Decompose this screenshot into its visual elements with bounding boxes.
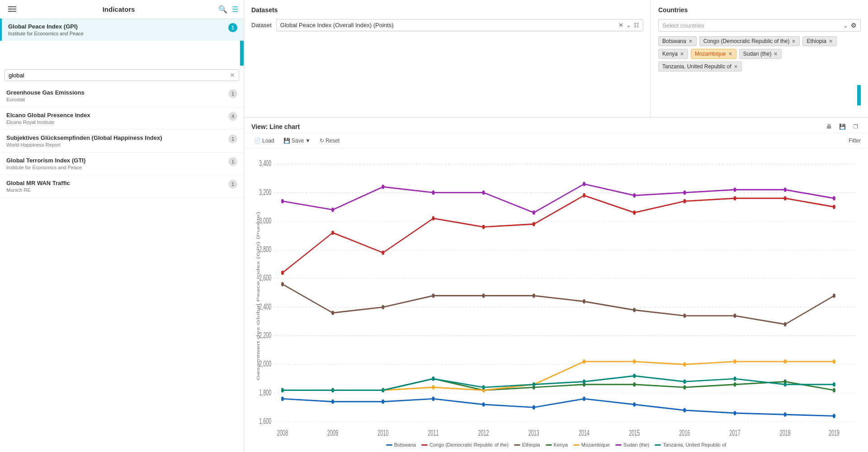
svg-point-79 [734,382,736,387]
indicator-list-item[interactable]: Global Terrorism Index (GTI) Institute f… [0,152,244,175]
chart-actions: 📄 Load 💾 Save ▼ ↻ Reset Filter [244,133,868,148]
svg-point-88 [583,359,585,364]
load-icon: 📄 [254,138,261,144]
indicator-item-title: Global MR WAN Traffic [6,180,70,186]
svg-text:2008: 2008 [277,428,288,437]
svg-point-110 [482,385,485,390]
svg-point-42 [683,408,686,413]
svg-point-49 [432,216,434,221]
svg-point-96 [382,185,384,189]
svg-point-40 [583,397,585,401]
clear-dataset-icon[interactable]: ✕ [618,22,623,29]
expand-dataset-icon[interactable]: ⌄ [626,22,631,29]
legend-item: Mozambique [573,442,610,447]
indicator-list-item[interactable]: Elcano Global Presence Index Elcano Roya… [0,107,244,130]
countries-panel: Countries Select countries ⌄ ⚙ Botswana✕… [651,0,868,117]
svg-point-62 [482,294,485,298]
indicator-list-item[interactable]: Greenhouse Gas Emissions Eurostat 1 [0,85,244,107]
indicator-item-badge: 1 [228,134,237,143]
legend-label: Ethiopia [522,442,540,447]
remove-country-icon[interactable]: ✕ [689,38,693,44]
country-tag-label: Mozambique [695,51,726,57]
countries-scroll-bar [857,85,861,105]
cyan-scroll-bar [240,41,244,66]
menu-icon[interactable]: ☰ [232,5,238,14]
svg-point-55 [734,196,736,200]
datasets-panel: Datasets Dataset Global Peace Index (Ove… [244,0,651,117]
chart-header: View: Line chart 🖶 💾 ❐ [244,118,868,133]
svg-point-111 [533,382,535,387]
country-tag: Mozambique✕ [691,49,736,59]
svg-point-113 [633,374,636,378]
svg-point-65 [633,308,636,312]
svg-text:2012: 2012 [478,428,489,437]
search-icon[interactable]: 🔍 [218,5,227,14]
country-tag-label: Tanzania, United Republic of [662,63,731,70]
legend-dot [514,444,520,446]
save-btn[interactable]: 💾 Save ▼ [281,136,313,145]
indicator-list-item[interactable]: Subjektives Glücksempfinden (Global Happ… [0,130,244,152]
save-icon: 💾 [283,138,290,144]
svg-point-100 [583,182,585,186]
svg-point-105 [833,196,835,200]
grid-icon[interactable]: ☷ [634,22,639,29]
remove-country-icon[interactable]: ✕ [792,38,796,44]
left-panel: Indicators 🔍 ☰ Global Peace Index (GPI) … [0,0,244,452]
legend-label: Kenya [554,442,568,447]
hamburger-icon[interactable] [5,4,19,14]
svg-text:3,000: 3,000 [259,216,271,225]
legend-dot [386,444,392,446]
load-btn[interactable]: 📄 Load [251,136,277,145]
search-box: ✕ [5,69,239,81]
selected-indicator-item[interactable]: Global Peace Index (GPI) Institute for E… [0,19,244,41]
svg-text:3,200: 3,200 [259,188,271,196]
clear-search-icon[interactable]: ✕ [230,71,235,79]
svg-point-36 [382,400,384,404]
svg-point-106 [281,388,284,393]
svg-point-112 [583,380,585,384]
svg-point-109 [432,376,434,381]
save-chevron-icon: ▼ [305,138,311,144]
indicator-item-badge: 1 [228,180,237,189]
reset-btn[interactable]: ↻ Reset [317,136,342,145]
selected-indicator-subtitle: Institute for Economics and Peace [8,31,84,36]
svg-point-68 [784,322,787,327]
svg-point-101 [633,193,636,198]
settings-icon[interactable]: ⚙ [851,22,857,29]
svg-point-51 [533,222,535,226]
indicator-item-badge: 1 [228,157,237,166]
indicator-item-subtitle: Institute for Economics and Peace [6,165,85,170]
svg-text:2,600: 2,600 [259,274,271,282]
filter-btn[interactable]: Filter [849,138,861,144]
indicator-item-subtitle: Eurostat [6,97,85,102]
datasets-title: Datasets [251,6,643,14]
svg-point-39 [533,405,535,410]
remove-country-icon[interactable]: ✕ [829,38,833,44]
legend-label: Congo (Democratic Republic of the) [429,442,509,447]
svg-text:2,400: 2,400 [259,302,271,311]
svg-point-115 [734,376,736,381]
svg-point-43 [734,411,736,415]
svg-point-81 [833,388,835,393]
indicator-list-item[interactable]: Global MR WAN Traffic Munich RE 1 [0,175,244,198]
remove-country-icon[interactable]: ✕ [728,51,732,57]
print-btn[interactable]: 🖶 [824,122,835,131]
legend-dot [615,444,622,446]
legend-label: Botswana [394,442,416,447]
country-tag: Ethiopia✕ [802,36,836,46]
remove-country-icon[interactable]: ✕ [734,64,738,70]
legend-item: Kenya [546,442,568,447]
remove-country-icon[interactable]: ✕ [774,51,778,57]
chart-toolbar: 🖶 💾 ❐ [824,122,861,131]
country-tag: Congo (Democratic Republic of the)✕ [699,36,800,46]
download-btn[interactable]: 💾 [836,122,849,131]
svg-text:2,800: 2,800 [259,245,271,253]
fullscreen-btn[interactable]: ❐ [850,122,861,131]
svg-text:2013: 2013 [528,428,539,437]
countries-select-box[interactable]: Select countries ⌄ ⚙ [658,19,861,32]
search-input[interactable] [9,72,230,79]
svg-point-90 [683,362,686,367]
dataset-select[interactable]: Global Peace Index (Overall Index) (Poin… [276,19,643,31]
svg-point-60 [382,305,384,309]
remove-country-icon[interactable]: ✕ [680,51,684,57]
